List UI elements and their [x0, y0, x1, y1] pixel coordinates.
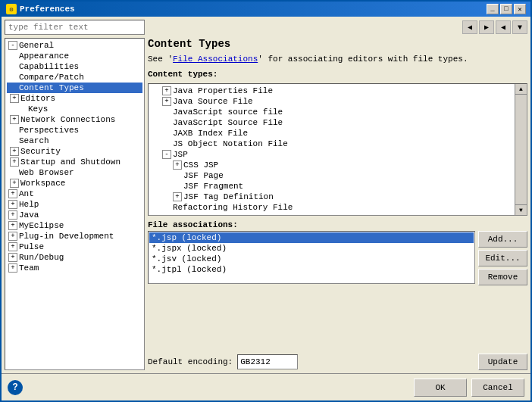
- forward-button[interactable]: ▶: [479, 20, 494, 34]
- edit-button[interactable]: Edit...: [478, 250, 527, 266]
- help-button[interactable]: ?: [8, 380, 23, 395]
- scroll-track[interactable]: [515, 95, 527, 204]
- ct-jsf-tag[interactable]: + JSF Tag Definition: [150, 192, 513, 202]
- tree-label-myeclipse: MyEclipse: [19, 221, 64, 230]
- file-assoc-item-jsv[interactable]: *.jsv (locked): [149, 254, 474, 264]
- expander-ant[interactable]: +: [8, 189, 17, 198]
- encoding-input[interactable]: [237, 354, 298, 369]
- ct-java-props[interactable]: + Java Properties File: [150, 86, 513, 96]
- file-assoc-link[interactable]: File Associations: [173, 55, 258, 64]
- nav-back-button[interactable]: ◀: [496, 20, 511, 34]
- tree-item-workspace[interactable]: + Workspace: [7, 178, 142, 189]
- file-assoc-item-jsp[interactable]: *.jsp (locked): [149, 232, 474, 243]
- expander-pulse[interactable]: +: [8, 242, 17, 251]
- expander-help[interactable]: +: [8, 200, 17, 209]
- toolbar: ◀ ▶ ◀ ▼: [148, 20, 527, 35]
- expander-team[interactable]: +: [8, 263, 17, 273]
- tree-item-appearance[interactable]: Appearance: [7, 51, 142, 61]
- ct-jsp[interactable]: - JSP: [150, 149, 513, 160]
- expander-java[interactable]: +: [8, 210, 17, 220]
- filter-input[interactable]: [5, 20, 145, 35]
- tree-label-team: Team: [19, 263, 39, 273]
- tree-item-editors[interactable]: + Editors: [7, 93, 142, 104]
- tree-label-content-types: Content Types: [19, 83, 84, 92]
- content-tree-box[interactable]: + Java Properties File + Java Source Fil…: [148, 83, 527, 216]
- tree-item-network[interactable]: + Network Connections: [7, 114, 142, 125]
- tree-item-keys[interactable]: Keys: [7, 104, 142, 114]
- tree-item-capabilities[interactable]: Capabilities: [7, 61, 142, 72]
- ct-js-source[interactable]: JavaScript source file: [150, 107, 513, 117]
- expander-workspace[interactable]: +: [10, 179, 19, 188]
- ct-java-source[interactable]: + Java Source File: [150, 96, 513, 107]
- ok-button[interactable]: OK: [414, 379, 467, 397]
- panel-title: Content Types: [148, 38, 527, 50]
- expander-security[interactable]: +: [10, 147, 19, 156]
- title-bar-left: ⚙ Preferences: [6, 4, 75, 14]
- left-panel: - General Appearance Capabilities Compar…: [5, 20, 145, 370]
- tree-label-general: General: [19, 41, 54, 50]
- file-assoc-item-jspx[interactable]: *.jspx (locked): [149, 243, 474, 254]
- nav-dropdown-button[interactable]: ▼: [512, 20, 527, 34]
- ct-expander-jsf-tag[interactable]: +: [173, 192, 182, 201]
- tree-item-run-debug[interactable]: + Run/Debug: [7, 252, 142, 263]
- file-assoc-list[interactable]: *.jsp (locked) *.jspx (locked) *.jsv (lo…: [148, 231, 475, 284]
- expander-plugin-dev[interactable]: +: [8, 232, 17, 241]
- tree-item-web-browser[interactable]: Web Browser: [7, 167, 142, 178]
- encoding-row: Default encoding: Update: [148, 351, 527, 370]
- ct-expander-java-source[interactable]: +: [162, 97, 171, 106]
- tree-item-pulse[interactable]: + Pulse: [7, 242, 142, 252]
- help-icon-area: ?: [8, 380, 23, 395]
- tree-item-startup[interactable]: + Startup and Shutdown: [7, 157, 142, 167]
- ct-expander-jsp[interactable]: -: [162, 150, 171, 159]
- close-button[interactable]: ✕: [514, 4, 526, 14]
- ct-jsf-page[interactable]: JSF Page: [150, 170, 513, 181]
- expander-myeclipse[interactable]: +: [8, 221, 17, 230]
- cancel-button[interactable]: Cancel: [471, 379, 524, 397]
- ct-expander-css-jsp[interactable]: +: [173, 160, 182, 170]
- tree-item-myeclipse[interactable]: + MyEclipse: [7, 220, 142, 231]
- remove-button[interactable]: Remove: [478, 269, 527, 285]
- scroll-up[interactable]: ▲: [515, 84, 527, 95]
- ct-jaxb[interactable]: JAXB Index File: [150, 128, 513, 139]
- ct-refactoring[interactable]: Refactoring History File: [150, 202, 513, 213]
- tree-item-plugin-dev[interactable]: + Plug-in Development: [7, 231, 142, 242]
- bottom-bar: ? OK Cancel: [2, 373, 530, 400]
- tree-item-java[interactable]: + Java: [7, 210, 142, 220]
- ct-expander-java-props[interactable]: +: [162, 86, 171, 95]
- tree-label-search: Search: [19, 136, 49, 145]
- tree-item-ant[interactable]: + Ant: [7, 189, 142, 199]
- update-button[interactable]: Update: [478, 354, 527, 370]
- add-button[interactable]: Add...: [478, 231, 527, 248]
- expander-startup[interactable]: +: [10, 157, 19, 167]
- scroll-down[interactable]: ▼: [515, 204, 527, 215]
- tree-item-search[interactable]: Search: [7, 136, 142, 146]
- file-assoc-item-jtpl[interactable]: *.jtpl (locked): [149, 264, 474, 275]
- ct-css-jsp[interactable]: + CSS JSP: [150, 160, 513, 170]
- expander-run-debug[interactable]: +: [8, 253, 17, 262]
- tree-item-team[interactable]: + Team: [7, 263, 142, 273]
- ct-json[interactable]: JS Object Notation File: [150, 139, 513, 149]
- tree-item-compare-patch[interactable]: Compare/Patch: [7, 72, 142, 83]
- assoc-buttons: Add... Edit... Remove: [478, 231, 527, 285]
- content-tree-scrollbar[interactable]: ▲ ▼: [515, 84, 527, 215]
- tree-item-general[interactable]: - General: [7, 40, 142, 51]
- expander-network[interactable]: +: [10, 115, 19, 124]
- tree-item-perspectives[interactable]: Perspectives: [7, 125, 142, 136]
- tree-item-security[interactable]: + Security: [7, 146, 142, 157]
- tree-label-web-browser: Web Browser: [19, 168, 74, 177]
- tree-label-network: Network Connections: [20, 115, 115, 124]
- tree-container[interactable]: - General Appearance Capabilities Compar…: [5, 38, 145, 370]
- description-text: See 'File Associations' for associating …: [148, 55, 527, 64]
- minimize-button[interactable]: _: [487, 4, 499, 14]
- window-icon: ⚙: [6, 4, 17, 14]
- tree-item-content-types[interactable]: Content Types: [7, 83, 142, 93]
- window-title: Preferences: [20, 5, 75, 14]
- expander-editors[interactable]: +: [10, 94, 19, 103]
- ct-jsf-fragment[interactable]: JSF Fragment: [150, 181, 513, 192]
- maximize-button[interactable]: □: [500, 4, 512, 14]
- tree-item-help[interactable]: + Help: [7, 199, 142, 210]
- expander-general[interactable]: -: [8, 41, 17, 50]
- ct-js-source2[interactable]: JavaScript Source File: [150, 117, 513, 128]
- back-button[interactable]: ◀: [462, 20, 477, 34]
- tree-label-appearance: Appearance: [19, 51, 69, 61]
